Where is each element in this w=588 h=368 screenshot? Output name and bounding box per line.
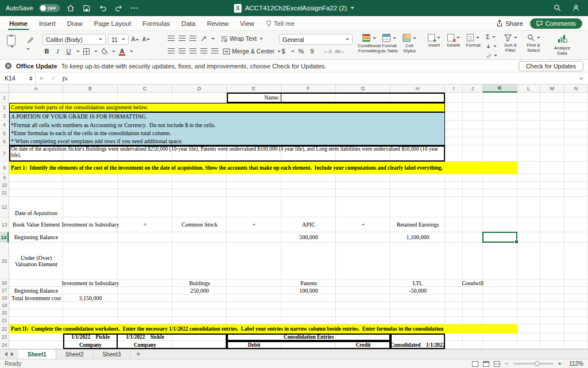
analyze-data-button[interactable]: Analyze Data xyxy=(549,31,575,56)
row-header-8[interactable]: 8 xyxy=(0,162,9,174)
cell-C13[interactable]: = xyxy=(118,217,172,232)
cell-C23[interactable]: 1/1/2022 Sickle xyxy=(118,334,172,341)
sheet-nav-left-icon[interactable] xyxy=(5,352,7,356)
normal-view-icon[interactable] xyxy=(472,361,478,367)
cell-F17[interactable]: 100,000 xyxy=(281,287,336,294)
column-header-G[interactable]: G xyxy=(336,85,390,93)
increase-font-size-icon[interactable]: A xyxy=(131,35,140,44)
row-header-2[interactable]: 2 xyxy=(0,103,9,112)
cell-A2[interactable]: Complete both parts of the consolidation… xyxy=(9,103,445,112)
tab-home[interactable]: Home xyxy=(3,17,33,30)
add-sheet-button[interactable]: + xyxy=(130,350,146,359)
cell-H17[interactable]: -50,000 xyxy=(390,287,445,294)
fill-icon[interactable] xyxy=(486,42,497,50)
column-header-M[interactable]: M xyxy=(540,85,564,93)
row-header-12[interactable]: 12 xyxy=(0,197,9,217)
row-header-6[interactable]: 6 xyxy=(0,137,9,145)
cell-A6[interactable]: * When completing excel templates add ro… xyxy=(9,137,445,145)
sheet-tab-sheet1[interactable]: Sheet1 xyxy=(18,350,56,359)
sheet-tab-sheet2[interactable]: Sheet2 xyxy=(56,350,94,359)
cell-F14[interactable]: 500,000 xyxy=(281,232,336,243)
decrease-indent-icon[interactable] xyxy=(199,47,208,56)
tab-tell-me[interactable]: Tell me xyxy=(260,20,300,27)
cell-G24[interactable]: Credit xyxy=(336,341,390,349)
row-header-13[interactable]: 13 xyxy=(0,217,9,232)
cell-A7[interactable]: On date of the acquisition Sickle's Buil… xyxy=(9,145,445,162)
cell-A4[interactable]: *Format all cells with numbers as Accoun… xyxy=(9,121,445,129)
row-header-7[interactable]: 7 xyxy=(0,145,9,162)
cell-H13[interactable]: Retained Earnings xyxy=(390,217,445,232)
tab-review[interactable]: Review xyxy=(201,17,234,30)
cell-H24[interactable]: Consolidated 1/1/2022 xyxy=(390,341,445,349)
column-header-K[interactable]: K xyxy=(483,85,517,93)
select-all-corner[interactable] xyxy=(0,85,9,93)
column-header-F[interactable]: F xyxy=(281,85,336,93)
grid[interactable]: Name:Complete both parts of the consolid… xyxy=(9,93,588,349)
row-header-3[interactable]: 3 xyxy=(0,112,9,121)
cell-B13[interactable]: Investment in Subsidiary xyxy=(63,217,118,232)
decrease-font-size-icon[interactable]: A xyxy=(142,35,150,44)
row-header-9[interactable]: 9 xyxy=(0,174,9,182)
cell-B24[interactable]: Company xyxy=(63,341,118,349)
save-icon[interactable] xyxy=(82,3,92,13)
align-top-icon[interactable] xyxy=(167,34,175,43)
find-select-button[interactable]: Find & Select xyxy=(523,31,544,53)
merge-center-button[interactable]: Merge & Center xyxy=(223,48,281,55)
cell-J16[interactable]: Goodwill xyxy=(463,279,483,287)
column-header-H[interactable]: H xyxy=(390,85,445,93)
cell-A12[interactable]: Date of Aquisition xyxy=(9,197,63,217)
row-header-4[interactable]: 4 xyxy=(0,121,9,129)
cell-E23[interactable]: Consolidation Entries xyxy=(227,334,390,341)
cell-F16[interactable]: Patents xyxy=(281,279,336,287)
formula-bar-expand-icon[interactable] xyxy=(574,77,588,80)
share-button[interactable]: Share xyxy=(496,20,523,27)
cell-B23[interactable]: 1/1/2022 Pickle xyxy=(63,334,118,341)
column-header-J[interactable]: J xyxy=(463,85,483,93)
document-title-group[interactable]: X ACCT412Ch2ExcelAssignFa22 (2) xyxy=(234,4,354,13)
row-header-21[interactable]: 21 xyxy=(0,317,9,324)
format-cells-button[interactable]: Format xyxy=(464,31,482,60)
delete-cells-button[interactable]: Delete xyxy=(444,31,463,60)
align-right-icon[interactable] xyxy=(188,47,197,56)
account-icon[interactable] xyxy=(571,3,581,13)
redo-icon[interactable] xyxy=(114,3,124,13)
cell-F13[interactable]: APIC xyxy=(281,217,336,232)
sort-filter-button[interactable]: Sort & Filter xyxy=(500,31,521,53)
tab-formulas[interactable]: Formulas xyxy=(137,17,176,30)
cell-A15[interactable]: Under (Over) Valuation Element xyxy=(9,243,63,279)
decrease-decimal-icon[interactable]: .00→ xyxy=(334,47,345,56)
column-header-C[interactable]: C xyxy=(118,85,172,93)
font-size-select[interactable]: 11 xyxy=(108,34,129,45)
column-header-N[interactable]: N xyxy=(564,85,588,93)
zoom-in-icon[interactable]: + xyxy=(558,361,562,367)
undo-icon[interactable] xyxy=(98,3,108,13)
column-header-L[interactable]: L xyxy=(517,85,540,93)
align-bottom-icon[interactable] xyxy=(188,34,197,43)
align-center-icon[interactable] xyxy=(177,47,186,56)
tab-insert[interactable]: Insert xyxy=(33,17,61,30)
underline-button[interactable]: U xyxy=(64,47,73,56)
row-header-19[interactable]: 19 xyxy=(0,302,9,309)
autosum-icon[interactable]: Σ xyxy=(486,33,497,41)
comma-style-icon[interactable]: 9 xyxy=(308,47,316,56)
row-header-16[interactable]: 16 xyxy=(0,279,9,287)
number-format-select[interactable]: General xyxy=(279,34,353,45)
cell-D13[interactable]: Common Stock xyxy=(172,217,227,232)
insert-cells-button[interactable]: Insert xyxy=(425,31,443,60)
tab-page-layout[interactable]: Page Layout xyxy=(88,17,137,30)
column-header-D[interactable]: D xyxy=(172,85,227,93)
cell-A8[interactable]: Part 1: Identify the elements of the cos… xyxy=(9,162,517,174)
increase-decimal-icon[interactable]: ←.0 xyxy=(323,47,332,56)
column-header-E[interactable]: E xyxy=(227,85,281,93)
borders-icon[interactable] xyxy=(82,47,91,56)
wrap-text-button[interactable]: Wrap Text xyxy=(220,35,263,42)
row-header-18[interactable]: 18 xyxy=(0,294,9,302)
row-header-14[interactable]: 14 xyxy=(0,232,9,243)
cell-H16[interactable]: LTL xyxy=(390,279,445,287)
row-header-11[interactable]: 11 xyxy=(0,189,9,197)
font-name-select[interactable]: Calibri (Body) xyxy=(42,34,106,45)
column-header-I[interactable]: I xyxy=(445,85,463,93)
row-header-23[interactable]: 23 xyxy=(0,334,9,341)
cell-B18[interactable]: 3,150,000 xyxy=(63,294,118,302)
bold-button[interactable]: B xyxy=(42,47,51,56)
